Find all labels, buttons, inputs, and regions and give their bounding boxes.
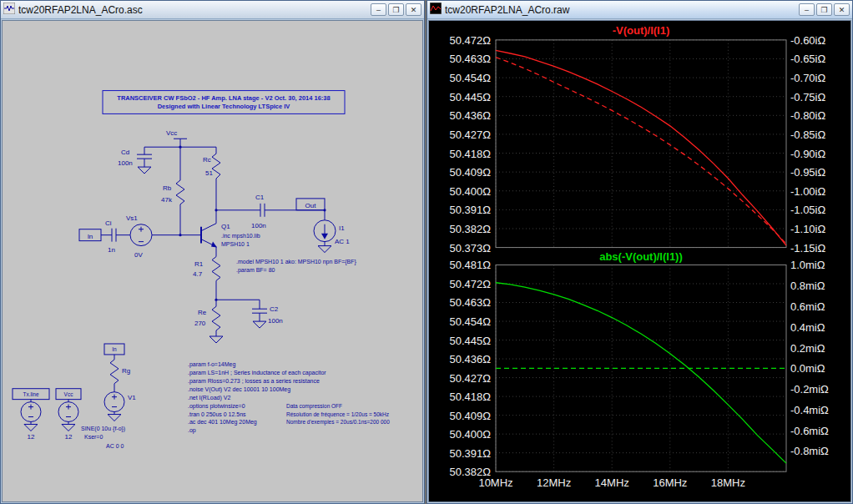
in-port-label: In [88, 233, 93, 240]
left-axis-tick-label: 50.454Ω [450, 315, 492, 328]
left-axis-tick-label: 50.382Ω [450, 223, 492, 235]
close-button[interactable]: ✕ [406, 3, 421, 16]
left-axis-tick-label: 50.400Ω [450, 428, 492, 441]
rb-name: Rb [163, 184, 172, 192]
component-re[interactable]: Re 270 [194, 299, 223, 343]
ltspice-waveform-icon[interactable] [430, 3, 442, 18]
maximize-button[interactable]: ❐ [388, 3, 404, 16]
window-controls: – ❐ ✕ [799, 3, 850, 16]
source-vcc[interactable]: Vcc 12 [56, 389, 81, 441]
left-axis-tick-label: 50.472Ω [450, 278, 492, 290]
ltspice-schematic-icon[interactable] [3, 3, 15, 18]
right-axis-tick-label: -0.6miΩ [790, 425, 829, 437]
left-axis-tick-label: 50.481Ω [450, 259, 492, 271]
note-samples: Nombre d'exemples = 20us/0.1ns=200 000 [286, 419, 390, 426]
v1-ac-spec: AC 0 0 [106, 443, 124, 449]
out-port-label: Out [305, 202, 317, 209]
v1-name: V1 [128, 394, 136, 401]
right-axis-tick-label: -0.2miΩ [790, 383, 829, 396]
note-resolution: Résolution de fréquence = 1/20us = 50kHz [286, 411, 389, 418]
window-controls: – ❐ ✕ [371, 3, 421, 16]
component-ci[interactable]: Ci 1n [101, 219, 130, 254]
schematic-titlebar[interactable]: tcw20RFAP2LNA_ACro.asc – ❐ ✕ [1, 1, 424, 19]
close-button[interactable]: ✕ [834, 3, 850, 16]
schematic-drawing[interactable]: TRANSCEIVER CW FSbO2 - HF Amp. LNA stage… [3, 21, 422, 501]
directive-param-rloss: .param Rloss=0.273 ; losses as a series … [188, 378, 320, 385]
right-axis-tick-label: 0.8miΩ [790, 280, 825, 292]
waveform-window[interactable]: tcw20RFAP2LNA_ACro.raw – ❐ ✕ 50.472Ω50.4… [426, 0, 853, 504]
plot-pane-1[interactable] [496, 40, 786, 248]
x-axis-tick-label: 14MHz [595, 476, 629, 489]
waveform-titlebar[interactable]: tcw20RFAP2LNA_ACro.raw – ❐ ✕ [427, 1, 852, 19]
right-axis-tick-label: 0.0miΩ [790, 362, 825, 375]
vcc-supply-node[interactable]: Vcc [144, 129, 216, 149]
right-axis-tick-label: -0.75iΩ [790, 91, 826, 103]
directive-param-fo: .param f-o=14Meg [188, 361, 235, 368]
vcc-label: Vcc [166, 129, 177, 137]
component-r1[interactable]: R1 4.7 [193, 257, 220, 300]
minimize-button[interactable]: – [799, 3, 815, 16]
directive-op: .op [188, 427, 196, 434]
maximize-button[interactable]: ❐ [816, 3, 832, 16]
x-axis-tick-label: 10MHz [478, 476, 512, 489]
model-line-2: .param BF= 80 [236, 267, 275, 274]
trace-magnitude-ohms [496, 283, 786, 463]
v1-kser-spec: Kser=0 [84, 434, 103, 440]
schematic-title-line2: Designed with Linear Technology LTSpice … [158, 103, 290, 110]
left-axis-tick-label: 50.409Ω [450, 410, 492, 422]
component-rc[interactable]: Rc 51 [203, 147, 220, 210]
c2-name: C2 [270, 305, 279, 313]
r1-value: 4.7 [193, 270, 203, 278]
out-port[interactable]: Out [296, 199, 325, 210]
vs1-value: 0V [134, 251, 143, 259]
component-rb[interactable]: Rb 47k [161, 147, 184, 234]
schematic-window[interactable]: tcw20RFAP2LNA_ACro.asc – ❐ ✕ TRANSCEIVER… [0, 0, 425, 504]
plot-pane-title-2[interactable]: abs(-V(out)/I(I1)) [599, 250, 683, 263]
model-directive-text[interactable]: .model MPSH10 1 ako: MPSH10 npn BF={BF} … [236, 259, 357, 274]
left-axis-tick-label: 50.427Ω [450, 372, 492, 385]
component-q1[interactable]: Q1 .inc mpsh10.lib MPSH10 1 [201, 210, 260, 257]
comment-notes[interactable]: Data compression OFF Résolution de fréqu… [286, 403, 390, 426]
r1-name: R1 [194, 260, 204, 268]
left-axis-tick-label: 50.445Ω [450, 335, 492, 347]
cd-name: Cd [121, 149, 129, 156]
component-c2[interactable]: C2 100n [216, 300, 283, 328]
tx-line-flag: Tx.line [23, 391, 39, 397]
schematic-header-box[interactable]: TRANSCEIVER CW FSbO2 - HF Amp. LNA stage… [103, 91, 345, 114]
right-axis-tick-label: -1.05iΩ [790, 204, 826, 216]
waveform-plot[interactable]: 50.472Ω50.463Ω50.454Ω50.445Ω50.436Ω50.42… [429, 21, 850, 501]
right-axis-tick-label: 1.0miΩ [790, 259, 825, 271]
c1-value: 100n [251, 222, 266, 229]
right-axis-tick-label: -1.10iΩ [790, 223, 826, 235]
right-axis-tick-label: -0.4miΩ [790, 404, 829, 416]
component-vs1[interactable]: Vs1 0V [126, 214, 201, 259]
in-port[interactable]: In [79, 229, 101, 241]
schematic-window-title: tcw20RFAP2LNA_ACro.asc [18, 4, 367, 16]
schematic-canvas[interactable]: TRANSCEIVER CW FSbO2 - HF Amp. LNA stage… [2, 20, 423, 502]
rb-value: 47k [161, 196, 172, 204]
right-axis-tick-label: -0.80iΩ [790, 109, 826, 122]
component-i1[interactable]: I1 AC 1 [314, 209, 350, 252]
right-axis-tick-label: -0.85iΩ [790, 129, 826, 141]
directive-param-ls: .param LS=1nH ; Series inductance of eac… [188, 370, 326, 376]
left-axis-tick-label: 50.436Ω [450, 353, 492, 365]
rg-name: Rg [122, 367, 130, 375]
left-axis-tick-label: 50.400Ω [450, 185, 492, 198]
source-v1[interactable]: In Rg V1 SINE(0 10u {f-o}) Kser=0 AC 0 0 [81, 344, 136, 449]
minimize-button[interactable]: – [371, 3, 386, 16]
source-tx-line[interactable]: Tx.line 12 [13, 389, 49, 441]
cd-value: 100n [118, 159, 133, 167]
trace-imaginary-part-iohms [496, 58, 786, 244]
i1-name: I1 [339, 224, 345, 232]
left-axis-tick-label: 50.445Ω [450, 91, 492, 103]
component-cd[interactable]: Cd 100n [118, 147, 152, 174]
vcc-flag: Vcc [64, 391, 74, 397]
plot-pane-title-1[interactable]: -V(out)/I(I1) [613, 24, 670, 37]
left-axis-tick-label: 50.391Ω [450, 204, 492, 216]
ci-name: Ci [105, 219, 112, 227]
right-axis-tick-label: -0.95iΩ [790, 166, 826, 179]
waveform-canvas[interactable]: 50.472Ω50.463Ω50.454Ω50.445Ω50.436Ω50.42… [428, 20, 851, 502]
left-axis-tick-label: 50.463Ω [450, 53, 492, 65]
ci-value: 1n [108, 246, 115, 254]
c1-name: C1 [255, 194, 265, 201]
